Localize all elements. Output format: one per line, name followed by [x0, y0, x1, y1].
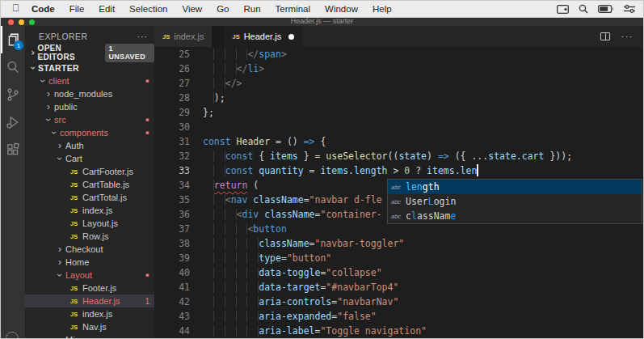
chevron-down-icon: ›: [54, 154, 65, 163]
tree-item-layout-js[interactable]: JSLayout.js: [25, 217, 154, 230]
tree-item-home[interactable]: ›Home: [25, 256, 154, 269]
modified-dot-badge: ●: [145, 271, 149, 279]
search-activity-icon[interactable]: [1, 53, 25, 81]
tree-item-nav-js[interactable]: JSNav.js: [25, 320, 154, 333]
tree-item-row-js[interactable]: JSRow.js: [25, 230, 154, 243]
git-branch-icon: [6, 87, 20, 102]
tree-item-src[interactable]: ›src●: [25, 113, 154, 126]
js-file-icon: JS: [70, 207, 82, 214]
menu-go[interactable]: Go: [209, 4, 236, 14]
run-debug-activity-icon[interactable]: [1, 108, 25, 136]
js-file-icon: JS: [70, 168, 82, 176]
tab-header-js[interactable]: JSHeader.js: [224, 26, 302, 47]
code-line-32[interactable]: 32 const { items } = useSelector((state)…: [154, 149, 643, 163]
code-line-43[interactable]: 43 aria-expanded="false": [154, 309, 643, 324]
tree-item-carttable-js[interactable]: JSCartTable.js: [25, 178, 154, 191]
control-center-icon[interactable]: [624, 5, 635, 13]
tree-item-label: Footer.js: [82, 283, 116, 293]
code-line-28[interactable]: 28 );: [154, 91, 643, 105]
tree-item-label: Home: [65, 257, 89, 267]
line-number: 39: [154, 251, 190, 265]
problems-count-badge: 1: [145, 297, 149, 306]
code-line-29[interactable]: 29};: [154, 105, 643, 120]
menu-view[interactable]: View: [175, 4, 209, 14]
account-icon[interactable]: [6, 332, 19, 339]
code-line-40[interactable]: 40 data-toggle="collapse": [154, 265, 643, 280]
line-number: 30: [154, 120, 190, 134]
menu-help[interactable]: Help: [365, 4, 399, 14]
suggestion-classname[interactable]: abcclassName: [388, 209, 642, 223]
starter-section[interactable]: › STARTER: [25, 61, 154, 74]
menu-code[interactable]: Code: [24, 4, 62, 14]
tree-item-layout[interactable]: ›Layout●: [25, 269, 154, 282]
tree-item-index-js[interactable]: JSindex.js: [25, 307, 154, 320]
chevron-down-icon: ›: [43, 115, 54, 125]
code-line-31[interactable]: 31const Header = () => {: [154, 134, 643, 149]
modified-dot-icon[interactable]: [288, 34, 294, 40]
tree-item-label: Misc: [65, 335, 84, 338]
code-line-38[interactable]: 38 className="navbar-toggler": [154, 236, 643, 251]
code-line-30[interactable]: 30: [154, 120, 643, 134]
source-control-activity-icon[interactable]: [1, 81, 25, 108]
editor-more-icon[interactable]: ···: [621, 32, 634, 41]
extensions-activity-icon[interactable]: [1, 136, 25, 163]
tree-item-header-js[interactable]: JSHeader.js1: [25, 295, 154, 307]
menu-file[interactable]: File: [62, 4, 92, 14]
line-number: 37: [154, 222, 190, 236]
text-cursor: [477, 164, 478, 176]
file-tree: ›client●›node_modules›public›src●›compon…: [25, 74, 154, 338]
split-editor-icon[interactable]: [600, 32, 610, 40]
suggestion-userlogin[interactable]: abcUserLogin: [388, 194, 642, 209]
menubar-status-icons: [557, 4, 635, 14]
tree-item-label: Checkout: [65, 244, 103, 254]
code-line-26[interactable]: 26 </li>: [154, 61, 643, 76]
tree-item-node-modules[interactable]: ›node_modules: [25, 87, 154, 100]
tree-item-label: index.js: [82, 309, 112, 319]
menu-window[interactable]: Window: [318, 4, 365, 14]
tree-item-components[interactable]: ›components●: [25, 126, 154, 139]
code-line-42[interactable]: 42 aria-controls="navbarNav": [154, 295, 643, 309]
apple-menu-icon[interactable]: : [12, 2, 19, 14]
code-line-27[interactable]: 27 </>: [154, 76, 643, 91]
js-file-icon: JS: [70, 311, 82, 318]
menu-selection[interactable]: Selection: [122, 4, 175, 14]
tree-item-label: components: [60, 128, 108, 138]
code-line-25[interactable]: 25 </span>: [154, 47, 643, 61]
tree-item-misc[interactable]: ›Misc: [25, 333, 154, 338]
code-line-33[interactable]: 33 const quantity = items.length > 0 ? i…: [154, 163, 643, 178]
tree-item-carttotal-js[interactable]: JSCartTotal.js: [25, 191, 154, 204]
open-editors-label: OPEN EDITORS: [38, 44, 99, 61]
open-editors-section[interactable]: › OPEN EDITORS 1 UNSAVED: [25, 44, 154, 61]
tree-item-auth[interactable]: ›Auth: [25, 139, 154, 152]
tree-item-index-js[interactable]: JSindex.js: [25, 204, 154, 217]
menu-edit[interactable]: Edit: [91, 4, 122, 14]
explorer-activity-icon[interactable]: 1: [1, 26, 25, 53]
js-file-icon: JS: [70, 220, 82, 227]
line-number: 34: [154, 178, 190, 193]
tree-item-footer-js[interactable]: JSFooter.js: [25, 282, 154, 295]
tree-item-cartfooter-js[interactable]: JSCartFooter.js: [25, 165, 154, 178]
suggestion-length[interactable]: abclength: [388, 180, 642, 194]
tree-item-label: Row.js: [82, 231, 108, 241]
search-icon[interactable]: [579, 4, 588, 14]
tab-index-js[interactable]: JSindex.js: [154, 26, 212, 47]
code-line-44[interactable]: 44 aria-label="Toggle navigation": [154, 324, 643, 338]
code-line-41[interactable]: 41 data-target="#navbarTop4": [154, 280, 643, 295]
battery-icon[interactable]: [598, 5, 614, 13]
tree-item-cart[interactable]: ›Cart: [25, 152, 154, 165]
menu-terminal[interactable]: Terminal: [268, 4, 318, 14]
menu-run[interactable]: Run: [236, 4, 267, 14]
js-file-icon: JS: [70, 233, 82, 240]
line-number: 28: [154, 91, 190, 105]
extensions-icon: [6, 142, 20, 157]
explorer-more-icon[interactable]: ···: [137, 32, 149, 41]
tree-item-checkout[interactable]: ›Checkout: [25, 243, 154, 256]
tree-item-label: Auth: [65, 141, 84, 150]
code-line-39[interactable]: 39 type="button": [154, 251, 643, 265]
tab-label: index.js: [174, 32, 204, 41]
unsaved-badge: 1 UNSAVED: [105, 44, 154, 62]
tree-item-client[interactable]: ›client●: [25, 74, 154, 87]
chevron-right-icon: ›: [55, 256, 65, 268]
screen-mirroring-icon[interactable]: [557, 5, 569, 14]
tree-item-public[interactable]: ›public: [25, 100, 154, 113]
